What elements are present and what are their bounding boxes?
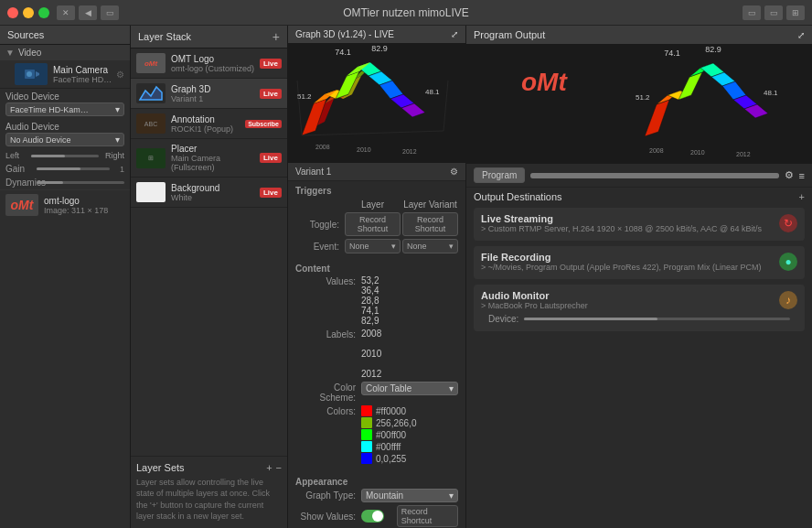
labels-row: Labels: 2008 2010 2012 xyxy=(295,329,458,379)
svg-text:2010: 2010 xyxy=(690,149,705,156)
graph-type-select[interactable]: Mountain ▾ xyxy=(361,489,458,502)
toggle-knob xyxy=(372,511,383,522)
content-header: Content xyxy=(288,259,465,275)
source-group-video: ▼ Video xyxy=(0,45,130,60)
program-expand-icon[interactable]: ⤢ xyxy=(797,30,805,40)
appearance-header: Appearance xyxy=(288,472,465,489)
tb-right-icon-1[interactable]: ▭ xyxy=(743,5,761,20)
audio-device-row: Audio Device No Audio Device ▾ xyxy=(0,119,130,149)
tb-right-icon-2[interactable]: ▭ xyxy=(764,5,783,20)
sources-header: Sources xyxy=(0,26,130,45)
toggle-variant-btn[interactable]: Record Shortcut xyxy=(402,212,458,236)
source-item-camera[interactable]: Main Camera FaceTime HD-Kamera (Integr..… xyxy=(0,60,130,89)
layer-thumb-placer: ⊞ xyxy=(136,148,166,168)
swatch-box-5 xyxy=(361,453,372,464)
layer-item-graph3d[interactable]: Graph 3D Variant 1 Live xyxy=(131,79,287,109)
live-streaming-toggle[interactable]: ↻ xyxy=(779,214,797,232)
layer-stack-header: Layer Stack + xyxy=(131,26,287,48)
gain-slider[interactable] xyxy=(37,167,110,170)
title-bar-icons: ✕ ◀ ▭ xyxy=(57,5,119,20)
variant-settings-icon[interactable]: ⚙ xyxy=(450,167,458,177)
layer-sets-add-icon[interactable]: + xyxy=(266,462,272,473)
output-item-file-recording: File Recording > ~/Movies, Program Outpu… xyxy=(474,246,805,279)
layer-info-omt: OMT Logo omt-logo (Customized) xyxy=(171,54,260,73)
program-button[interactable]: Program xyxy=(474,167,525,183)
camera-info: Main Camera FaceTime HD-Kamera (Integr..… xyxy=(53,65,114,84)
tb-icon-2[interactable]: ◀ xyxy=(79,5,97,20)
program-slider-icon[interactable]: ≡ xyxy=(799,170,805,181)
show-values-record-btn[interactable]: Record Shortcut xyxy=(397,505,458,527)
event-select-1[interactable]: None ▾ xyxy=(345,239,401,253)
layer-info-annotation: Annotation ROCK!1 (Popup) xyxy=(171,114,245,134)
camera-thumb xyxy=(15,63,48,85)
device-volume-slider[interactable] xyxy=(524,318,790,320)
tb-icon-3[interactable]: ▭ xyxy=(101,5,119,20)
swatch-box-2 xyxy=(361,417,372,428)
svg-text:oMt: oMt xyxy=(521,68,568,96)
layer-sets-remove-icon[interactable]: − xyxy=(276,462,282,473)
dynamics-slider[interactable] xyxy=(37,181,124,184)
camera-gear-icon[interactable]: ⚙ xyxy=(116,70,124,80)
program-controls: Program ⚙ ≡ xyxy=(466,164,812,188)
omt-logo-source[interactable]: oMt omt-logo Image: 311 × 178 xyxy=(0,189,130,220)
audio-monitor-toggle-icon: ♪ xyxy=(785,294,791,307)
program-settings-icon[interactable]: ⚙ xyxy=(785,169,794,181)
event-arrow-icon: ▾ xyxy=(391,242,396,251)
color-swatch-3[interactable]: #00ff00 xyxy=(361,429,458,440)
svg-point-2 xyxy=(27,71,32,77)
svg-text:51.2: 51.2 xyxy=(297,92,312,101)
color-swatch-1[interactable]: #ff0000 xyxy=(361,405,458,416)
svg-text:2012: 2012 xyxy=(402,148,417,155)
colors-row: Colors: #ff0000 256,266,0 #0 xyxy=(295,405,458,464)
audio-device-select[interactable]: No Audio Device ▾ xyxy=(5,133,124,146)
file-recording-toggle-icon: ● xyxy=(785,255,791,268)
color-swatch-5[interactable]: 0,0,255 xyxy=(361,453,458,464)
tb-right-icon-3[interactable]: ⊞ xyxy=(786,5,805,20)
color-swatch-4[interactable]: #00ffff xyxy=(361,441,458,452)
video-device-arrow-icon: ▾ xyxy=(115,104,120,114)
tb-icon-1[interactable]: ✕ xyxy=(57,5,75,20)
show-values-toggle[interactable] xyxy=(361,510,384,523)
video-device-select[interactable]: FaceTime HD-Kamera (Integr... ▾ xyxy=(5,102,124,116)
layer-item-omt-logo[interactable]: oMt OMT Logo omt-logo (Customized) Live xyxy=(131,48,287,79)
program-output-panel: Program Output ⤢ oMt xyxy=(466,26,812,528)
lr-slider[interactable] xyxy=(31,155,99,157)
add-output-button[interactable]: + xyxy=(799,191,805,202)
main-layout: Sources ▼ Video Main Camera FaceTime HD-… xyxy=(0,26,812,528)
add-layer-button[interactable]: + xyxy=(272,29,280,44)
graph-expand-icon[interactable]: ⤢ xyxy=(451,29,458,39)
maximize-button[interactable] xyxy=(38,7,49,18)
live-streaming-header: Live Streaming > Custom RTMP Server, H.2… xyxy=(481,213,797,233)
file-recording-header: File Recording > ~/Movies, Program Outpu… xyxy=(481,252,797,272)
program-preview: oMt 74.1 82.9 51.2 48.1 xyxy=(466,45,812,164)
audio-monitor-toggle[interactable]: ♪ xyxy=(779,291,797,309)
svg-rect-35 xyxy=(466,45,812,164)
svg-text:2008: 2008 xyxy=(649,147,664,154)
event-select-2[interactable]: None ▾ xyxy=(402,239,458,253)
file-recording-toggle[interactable]: ● xyxy=(779,253,797,271)
color-scheme-select[interactable]: Color Table ▾ xyxy=(361,382,458,395)
omt-logo-info: omt-logo Image: 311 × 178 xyxy=(44,196,108,215)
output-destinations: Output Destinations + Live Streaming > C… xyxy=(466,188,812,528)
video-device-row: Video Device FaceTime HD-Kamera (Integr.… xyxy=(0,89,130,119)
layer-item-background[interactable]: Background White Live xyxy=(131,178,287,208)
live-badge-placer: Live xyxy=(260,153,282,163)
color-swatch-2[interactable]: 256,266,0 xyxy=(361,417,458,428)
layer-stack-panel: Layer Stack + oMt OMT Logo omt-logo (Cus… xyxy=(131,26,288,528)
toggle-label: Toggle: xyxy=(295,220,343,230)
window-title: OMTier nutzen mimoLIVE xyxy=(343,6,469,19)
graph-type-arrow-icon: ▾ xyxy=(449,490,454,501)
swatch-box-3 xyxy=(361,429,372,440)
graph-panel-header: Graph 3D (v1.24) - LIVE ⤢ xyxy=(288,26,465,44)
layer-item-annotation[interactable]: ABC Annotation ROCK!1 (Popup) Subscribe xyxy=(131,109,287,139)
appearance-section: Graph Type: Mountain ▾ Show Values: Reco… xyxy=(288,489,465,528)
toggle-layer-btn[interactable]: Record Shortcut xyxy=(345,212,401,236)
program-output-header: Program Output ⤢ xyxy=(466,26,812,45)
close-button[interactable] xyxy=(7,7,18,18)
minimize-button[interactable] xyxy=(23,7,34,18)
svg-text:2010: 2010 xyxy=(357,146,371,153)
layer-sets-header: Layer Sets + − xyxy=(136,462,282,473)
dynamics-slider-row: Dynamics xyxy=(0,176,130,189)
program-slider[interactable] xyxy=(530,173,778,178)
layer-item-placer[interactable]: ⊞ Placer Main Camera (Fullscreen) Live xyxy=(131,139,287,178)
